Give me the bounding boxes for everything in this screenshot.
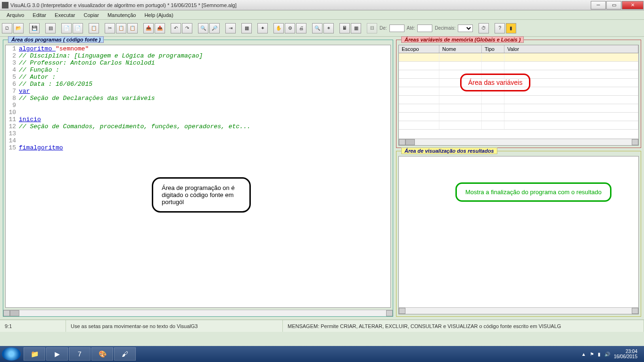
menu-manutencao[interactable]: Manutenção [104, 11, 140, 19]
line-content[interactable]: // Função : [19, 66, 390, 74]
scroll-right-icon[interactable] [632, 139, 638, 145]
results-hscroll[interactable] [399, 307, 638, 314]
doc3-icon[interactable]: 📋 [89, 23, 99, 33]
hand-icon[interactable]: ✋ [273, 23, 284, 33]
col-nome[interactable]: Nome [439, 45, 482, 53]
code-line[interactable]: 1algoritmo "semnome" [6, 45, 390, 52]
line-content[interactable]: algoritmo "semnome" [19, 45, 390, 52]
menu-editar[interactable]: Editar [29, 11, 50, 19]
fold-icon[interactable]: 📥 [143, 23, 154, 33]
table-row[interactable] [399, 62, 638, 70]
col-valor[interactable]: Valor [504, 45, 638, 53]
task-paint-icon[interactable]: 🖌 [114, 347, 136, 361]
tool3-icon[interactable]: ✶ [323, 23, 334, 33]
minimize-button[interactable]: ─ [591, 1, 606, 9]
table-row[interactable] [399, 113, 638, 121]
line-content[interactable]: // Professor: Antonio Carlos Nicolodi [19, 59, 390, 66]
doc1-icon[interactable]: 📄 [61, 23, 72, 33]
maximize-button[interactable]: ▭ [606, 1, 621, 9]
line-content[interactable] [19, 137, 390, 144]
zoom-icon[interactable]: 🔍 [312, 23, 322, 33]
open-icon[interactable]: 📂 [13, 23, 24, 33]
close-button[interactable]: ✕ [622, 1, 644, 9]
line-content[interactable]: fimalgoritmo [19, 144, 390, 151]
task-explorer-icon[interactable]: 📁 [24, 347, 45, 361]
paste-icon[interactable]: 📋 [127, 23, 138, 33]
line-content[interactable]: // Data : 16/06/2015 [19, 81, 390, 88]
help-icon[interactable]: ? [495, 23, 505, 33]
tray-flag-icon[interactable]: ⚑ [590, 352, 594, 357]
line-content[interactable]: // Disciplina: [Linguagem e Lógica de pr… [19, 52, 390, 59]
line-content[interactable]: inicio [19, 116, 390, 123]
system-tray[interactable]: ▲ ⚑ ▮ 🔊 23:04 16/06/2015 [581, 349, 642, 359]
code-line[interactable]: 12// Seção de Comandos, procedimento, fu… [6, 123, 390, 130]
line-content[interactable]: // Seção de Declarações das variáveis [19, 95, 390, 102]
page-icon[interactable]: ▤ [45, 23, 56, 33]
code-line[interactable]: 11inicio [6, 116, 390, 123]
input-de[interactable] [389, 25, 405, 32]
select-decimais[interactable] [458, 25, 473, 32]
code-line[interactable]: 3// Professor: Antonio Carlos Nicolodi [6, 59, 390, 66]
code-line[interactable]: 2// Disciplina: [Linguagem e Lógica de p… [6, 52, 390, 59]
scroll-left-icon[interactable] [3, 310, 10, 316]
scroll-right-icon[interactable] [386, 310, 393, 316]
task-app1-icon[interactable]: 7 [69, 347, 91, 361]
format-icon[interactable]: ▦ [241, 23, 252, 33]
find-next-icon[interactable]: 🔎 [209, 23, 220, 33]
copy-icon[interactable]: 📋 [116, 23, 126, 33]
timer-icon[interactable]: ⏱ [479, 23, 489, 33]
code-hscroll[interactable] [3, 310, 393, 316]
redo-icon[interactable]: ↷ [182, 23, 192, 33]
task-app2-icon[interactable]: 🎨 [91, 347, 113, 361]
print-icon[interactable]: 🖨 [296, 23, 306, 33]
grid-icon[interactable]: ▦ [351, 23, 361, 33]
doc2-icon[interactable]: 📄 [73, 23, 83, 33]
scroll-right-icon[interactable] [632, 308, 638, 314]
scroll-left-icon[interactable] [399, 139, 405, 145]
col-escopo[interactable]: Escopo [399, 45, 439, 53]
calc-icon[interactable]: 🖩 [339, 23, 350, 33]
code-line[interactable]: 8// Seção de Declarações das variáveis [6, 95, 390, 102]
col-tipo[interactable]: Tipo [482, 45, 504, 53]
code-line[interactable]: 9 [6, 102, 390, 109]
unfold-icon[interactable]: 📤 [155, 23, 165, 33]
code-line[interactable]: 15fimalgoritmo [6, 144, 390, 151]
line-content[interactable] [19, 102, 390, 109]
tool1-icon[interactable]: ⚙ [285, 23, 295, 33]
table-row[interactable] [399, 53, 638, 62]
menu-copiar[interactable]: Copiar [80, 11, 102, 19]
exit-icon[interactable]: ▮ [506, 23, 516, 33]
tray-net-icon[interactable]: ▮ [598, 352, 601, 357]
scroll-thumb[interactable] [10, 310, 19, 316]
menu-help[interactable]: Help (Ajuda) [140, 11, 177, 19]
code-line[interactable]: 10 [6, 109, 390, 116]
save-icon[interactable]: 💾 [29, 23, 40, 33]
vars-grid[interactable]: Escopo Nome Tipo Valor Área das variávei… [398, 45, 639, 146]
line-content[interactable]: // Seção de Comandos, procedimento, funç… [19, 123, 390, 130]
line-content[interactable] [19, 130, 390, 137]
table-row[interactable] [399, 104, 638, 113]
tray-up-icon[interactable]: ▲ [581, 352, 586, 357]
code-line[interactable]: 5// Autor : [6, 74, 390, 81]
table-row[interactable] [399, 121, 638, 130]
task-media-icon[interactable]: ▶ [46, 347, 68, 361]
tray-clock[interactable]: 23:04 16/06/2015 [614, 349, 637, 359]
code-line[interactable]: 6// Data : 16/06/2015 [6, 81, 390, 88]
code-line[interactable]: 4// Função : [6, 66, 390, 74]
scroll-left-icon[interactable] [399, 308, 405, 314]
new-icon[interactable]: 🗋 [2, 23, 12, 33]
results-output[interactable]: Mostra a finalização do programa com o r… [398, 156, 639, 314]
start-button[interactable] [2, 347, 21, 361]
undo-icon[interactable]: ↶ [171, 23, 181, 33]
scroll-thumb[interactable] [405, 139, 415, 145]
tray-vol-icon[interactable]: 🔊 [604, 352, 610, 357]
line-content[interactable] [19, 109, 390, 116]
find-icon[interactable]: 🔍 [198, 23, 208, 33]
code-line[interactable]: 7var [6, 88, 390, 95]
line-content[interactable]: // Autor : [19, 74, 390, 81]
menu-arquivo[interactable]: Arquivo [3, 11, 28, 19]
menu-executar[interactable]: Executar [51, 11, 79, 19]
code-line[interactable]: 13 [6, 130, 390, 137]
line-content[interactable]: var [19, 88, 390, 95]
code-line[interactable]: 14 [6, 137, 390, 144]
